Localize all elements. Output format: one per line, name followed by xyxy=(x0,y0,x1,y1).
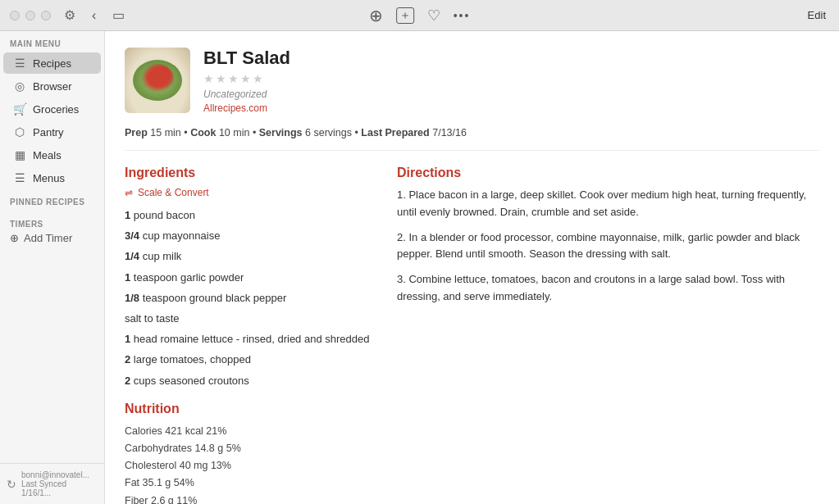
sync-section: ↻ bonni@innovatel... Last Synced 1/16/1.… xyxy=(0,463,104,504)
ingredient-amount-5: 1/8 xyxy=(125,292,139,304)
fullscreen-button[interactable] xyxy=(41,11,51,20)
groceries-icon: 🛒 xyxy=(13,102,26,116)
sidebar-item-label-recipes: Recipes xyxy=(33,57,71,70)
browser-icon: ◎ xyxy=(13,79,26,93)
ingredient-milk: 1/4 cup milk xyxy=(125,249,371,264)
ingredient-pepper: 1/8 teaspoon ground black pepper xyxy=(125,291,371,306)
recipe-title: BLT Salad xyxy=(203,48,819,69)
ingredient-mayo: 3/4 cup mayonnaise xyxy=(125,229,371,243)
last-prepared-value: 7/13/16 xyxy=(432,127,467,138)
star-4[interactable]: ★ xyxy=(240,72,251,85)
sync-date: Last Synced 1/16/1... xyxy=(21,479,98,497)
sidebar-item-recipes[interactable]: ☰ Recipes xyxy=(3,52,101,74)
recipe-header: BLT Salad ★ ★ ★ ★ ★ Uncategorized Allrec… xyxy=(125,48,819,114)
sidebar-item-browser[interactable]: ◎ Browser xyxy=(3,75,101,97)
ingredient-amount-2: 3/4 xyxy=(125,229,139,242)
star-rating[interactable]: ★ ★ ★ ★ ★ xyxy=(203,72,819,85)
sidebar-item-label-groceries: Groceries xyxy=(33,103,79,116)
direction-1: 1. Place bacon in a large, deep skillet.… xyxy=(397,187,819,221)
servings-label: Servings xyxy=(259,127,303,138)
recipe-content: BLT Salad ★ ★ ★ ★ ★ Uncategorized Allrec… xyxy=(105,31,839,504)
square-button[interactable]: ▭ xyxy=(109,6,128,25)
star-5[interactable]: ★ xyxy=(253,72,263,85)
edit-button[interactable]: Edit xyxy=(808,9,826,21)
sidebar-item-label-pantry: Pantry xyxy=(33,126,64,138)
last-prepared-label: Last Prepared xyxy=(361,127,429,138)
sync-details: bonni@innovatel... Last Synced 1/16/1... xyxy=(21,470,98,497)
scale-convert-button[interactable]: ⇌ Scale & Convert xyxy=(125,187,371,198)
ingredient-amount-7: 1 xyxy=(125,333,130,345)
cook-label: Cook xyxy=(190,127,216,138)
ingredient-salt: salt to taste xyxy=(125,311,371,326)
ingredient-amount-4: 1 xyxy=(125,271,130,284)
main-menu-label: MAIN MENU xyxy=(0,31,104,52)
ingredients-title: Ingredients xyxy=(125,166,371,180)
minimize-button[interactable] xyxy=(25,11,35,20)
sidebar-item-pantry[interactable]: ⬡ Pantry xyxy=(3,121,101,143)
sync-info: ↻ bonni@innovatel... Last Synced 1/16/1.… xyxy=(7,470,98,497)
right-column: Directions 1. Place bacon in a large, de… xyxy=(397,166,819,504)
ingredient-garlic-powder: 1 teaspoon garlic powder xyxy=(125,270,371,285)
favorite-icon[interactable]: ♡ xyxy=(427,7,440,25)
direction-2: 2. In a blender or food processor, combi… xyxy=(397,229,819,264)
titlebar: ⚙ ‹ ▭ ⊕ ＋ ♡ ••• Edit xyxy=(0,0,839,31)
ingredient-bacon: 1 pound bacon xyxy=(125,208,371,223)
sync-icon: ↻ xyxy=(7,478,16,491)
menus-icon: ☰ xyxy=(13,171,26,184)
sync-user: bonni@innovatel... xyxy=(21,470,98,479)
ingredient-tomatoes: 2 large tomatoes, chopped xyxy=(125,352,371,367)
main-layout: MAIN MENU ☰ Recipes ◎ Browser 🛒 Grocerie… xyxy=(0,31,839,504)
star-3[interactable]: ★ xyxy=(228,72,239,85)
recipe-image xyxy=(125,48,190,113)
recipe-category: Uncategorized xyxy=(203,89,819,100)
add-recipe-icon[interactable]: ＋ xyxy=(396,7,414,24)
sidebar-item-label-meals: Meals xyxy=(33,149,62,161)
nutrition-fiber: Fiber 2.6 g 11% xyxy=(125,493,371,504)
recipe-info-bar: Prep 15 min • Cook 10 min • Servings 6 s… xyxy=(125,127,819,151)
pantry-icon: ⬡ xyxy=(13,125,26,138)
prep-value: 15 min xyxy=(150,127,181,138)
nutrition-cholesterol: Cholesterol 40 mg 13% xyxy=(125,457,371,474)
more-icon[interactable]: ••• xyxy=(454,9,471,22)
gear-icon[interactable]: ⚙ xyxy=(64,7,75,23)
ingredient-lettuce: 1 head romaine lettuce - rinsed, dried a… xyxy=(125,332,371,347)
ingredient-croutons: 2 cups seasoned croutons xyxy=(125,374,371,388)
recipes-icon: ☰ xyxy=(13,57,26,70)
nutrition-calories: Calories 421 kcal 21% xyxy=(125,423,371,440)
sidebar-item-label-menus: Menus xyxy=(33,172,65,184)
scale-icon: ⇌ xyxy=(125,187,133,198)
add-timer-button[interactable]: ⊕ Add Timer xyxy=(10,232,94,244)
nutrition-title: Nutrition xyxy=(125,402,371,416)
directions-title: Directions xyxy=(397,166,819,180)
basket-icon[interactable]: ⊕ xyxy=(369,6,383,25)
sidebar-item-meals[interactable]: ▦ Meals xyxy=(3,144,101,166)
back-button[interactable]: ‹ xyxy=(89,6,99,25)
titlebar-actions: ⊕ ＋ ♡ ••• xyxy=(369,6,471,25)
sidebar-item-menus[interactable]: ☰ Menus xyxy=(3,167,101,188)
recipe-source-link[interactable]: Allrecipes.com xyxy=(203,102,267,114)
meals-icon: ▦ xyxy=(13,148,26,161)
add-timer-icon: ⊕ xyxy=(10,232,19,244)
pinned-recipes-label: PINNED RECIPES xyxy=(0,189,104,210)
direction-3: 3. Combine lettuce, tomatoes, bacon and … xyxy=(397,271,819,306)
star-1[interactable]: ★ xyxy=(203,72,214,85)
left-column: Ingredients ⇌ Scale & Convert 1 pound ba… xyxy=(125,166,371,504)
prep-label: Prep xyxy=(125,127,148,138)
sidebar-item-label-browser: Browser xyxy=(33,80,72,93)
ingredient-amount-9: 2 xyxy=(125,375,130,387)
ingredient-amount-8: 2 xyxy=(125,353,130,366)
nutrition-fat: Fat 35.1 g 54% xyxy=(125,474,371,492)
recipe-meta: BLT Salad ★ ★ ★ ★ ★ Uncategorized Allrec… xyxy=(203,48,819,114)
ingredient-amount-3: 1/4 xyxy=(125,250,139,262)
sidebar-item-groceries[interactable]: 🛒 Groceries xyxy=(3,98,101,120)
nutrition-carbs: Carbohydrates 14.8 g 5% xyxy=(125,440,371,457)
traffic-lights xyxy=(10,11,51,20)
ingredient-amount-1: 1 xyxy=(125,209,130,221)
close-button[interactable] xyxy=(10,11,20,20)
two-column-layout: Ingredients ⇌ Scale & Convert 1 pound ba… xyxy=(125,166,819,504)
timers-label: TIMERS xyxy=(10,216,94,232)
servings-value: 6 servings xyxy=(305,127,352,138)
titlebar-nav: ‹ ▭ xyxy=(89,6,128,25)
star-2[interactable]: ★ xyxy=(216,72,226,85)
add-timer-label: Add Timer xyxy=(24,232,72,244)
